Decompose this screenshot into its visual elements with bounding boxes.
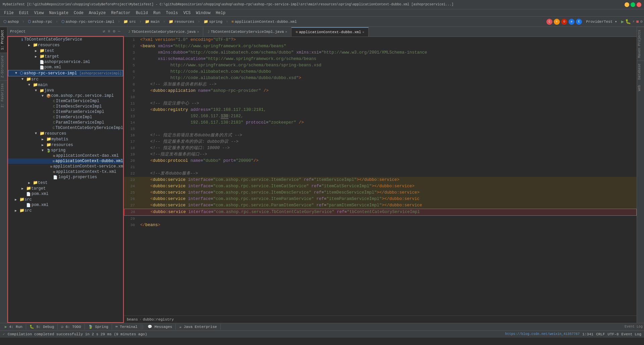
- run-button[interactable]: ▶: [621, 19, 624, 24]
- code-editor[interactable]: 1 <?xml version="1.0" encoding="UTF-8"?>…: [124, 37, 637, 316]
- sidebar-sync-btn[interactable]: ⇄: [102, 28, 106, 34]
- settings-button[interactable]: ⚙: [640, 19, 643, 24]
- tree-paramitem-impl[interactable]: C ParamItemServiceImpl: [8, 120, 123, 125]
- tab-close-3[interactable]: ✕: [362, 30, 364, 34]
- tree-src-3[interactable]: ▶ 📁 src: [8, 208, 123, 213]
- event-log-btn[interactable]: Event Log: [625, 325, 643, 329]
- nav-service-impl-label: ashop-rpc-service-impl: [66, 20, 114, 24]
- tree-item-tbcontent[interactable]: ℹ TbContentCateGoryService: [8, 37, 123, 42]
- class-icon: C: [53, 121, 55, 125]
- nav-main[interactable]: 📁 main: [143, 19, 161, 24]
- nav-ashop[interactable]: ⬡ ashop: [1, 19, 21, 24]
- browser-icon-chrome[interactable]: C: [546, 19, 552, 25]
- tree-log4j[interactable]: 📄 log4j.properties: [8, 175, 123, 180]
- structure-tab[interactable]: Z-Structure: [0, 53, 7, 80]
- menu-edit[interactable]: Edit: [16, 10, 32, 16]
- browser-icon-opera[interactable]: O: [561, 19, 567, 25]
- menu-help[interactable]: Help: [213, 10, 228, 16]
- browser-icon-ie[interactable]: e: [569, 19, 575, 25]
- tree-resources-3[interactable]: ▶ 📁 resources: [8, 142, 123, 148]
- tree-itemcat-impl[interactable]: C ItemCatServiceImpl: [8, 98, 123, 104]
- menu-window[interactable]: Window: [193, 10, 213, 16]
- menu-build[interactable]: Build: [133, 10, 151, 16]
- menu-navigate[interactable]: Navigate: [46, 10, 71, 16]
- folder-icon: 📁: [40, 54, 45, 59]
- minimize-button[interactable]: [625, 2, 629, 7]
- tab-tbcontent-service-impl[interactable]: J TbContentCateGoryServiceImpl.java ✕: [203, 27, 291, 37]
- tab-dubbo-xml[interactable]: ≋ applicationContext-dubbo.xml ✕: [291, 27, 369, 37]
- tree-service-xml[interactable]: ≋ applicationContext-service.xm: [8, 164, 123, 169]
- tree-src[interactable]: ▼ 📁 src: [8, 76, 123, 82]
- tree-resources-1[interactable]: ▶ 📁 resources: [8, 42, 123, 48]
- breadcrumb-registry[interactable]: dubbo:registry: [143, 318, 174, 322]
- tree-itemdesc-impl[interactable]: C ItemDescServiceImpl: [8, 104, 123, 109]
- tab-close-2[interactable]: ✕: [285, 30, 287, 34]
- event-log-status[interactable]: Event Log: [622, 332, 641, 336]
- debug-tab[interactable]: 🐛 5: Debug: [26, 324, 58, 330]
- tree-pom-2[interactable]: 📄 pom.xml: [8, 191, 123, 197]
- tree-tbcontent-impl[interactable]: C TbContentCateGoryServiceImpl: [8, 125, 123, 131]
- sidebar-close-btn[interactable]: —: [117, 28, 121, 34]
- run-config[interactable]: ProviderTest ▾: [583, 19, 620, 24]
- tree-iml[interactable]: 📄 ashoprpcservice.iml: [8, 59, 123, 65]
- messages-tab[interactable]: 💬 Messages: [144, 324, 176, 330]
- nav-ashop-rpc[interactable]: ⬡ ashop-rpc: [26, 19, 54, 24]
- tree-main[interactable]: ▼ 📁 main: [8, 82, 123, 88]
- tree-pom-3[interactable]: 📄 pom.xml: [8, 202, 123, 208]
- sidebar-collapse-btn[interactable]: ≡: [107, 28, 111, 34]
- tree-module-root[interactable]: ▼ ⬡ ashop-rpc-service-impl [ashoprpcserv…: [8, 70, 123, 76]
- tree-tx-xml[interactable]: ≋ applicationContext-tx.xml: [8, 169, 123, 175]
- tab-close-1[interactable]: ✕: [197, 30, 199, 34]
- database-tab[interactable]: Database: [637, 61, 644, 82]
- spring-tab[interactable]: 🍃 Spring: [85, 324, 112, 330]
- run-tab[interactable]: ▶ 4: Run: [1, 324, 26, 330]
- tab-tbcontent-service[interactable]: J TbContentCateGoryService.java ✕: [124, 27, 203, 37]
- code-line-12: 12 <dubbo:registry address="192.168.117.…: [124, 107, 637, 113]
- nav-resources[interactable]: 📁 resources: [167, 19, 196, 24]
- java-enterprise-tab[interactable]: ☕ Java Enterprise: [176, 324, 220, 330]
- module-icon: ⬡: [20, 71, 23, 76]
- tree-package[interactable]: ▼ 📦 com.ashop.rpc.service.impl: [8, 93, 123, 98]
- debug-button[interactable]: 🐛: [625, 19, 631, 24]
- menu-view[interactable]: View: [32, 10, 47, 16]
- tree-spring[interactable]: ▼ 🍃 spring: [8, 148, 123, 153]
- tree-pom-1[interactable]: 📄 pom.xml: [8, 65, 123, 70]
- tree-test-1[interactable]: ▶ 📁 test: [8, 48, 123, 54]
- tree-item-impl[interactable]: C ItemServiceImpl: [8, 115, 123, 120]
- tree-java[interactable]: ▼ 📁 java: [8, 88, 123, 93]
- stop-button[interactable]: ■: [636, 19, 639, 24]
- todo-tab[interactable]: ☑ 6: TODO: [58, 324, 85, 330]
- menu-code[interactable]: Code: [71, 10, 86, 16]
- tree-resources-2[interactable]: ▼ 📁 resources: [8, 131, 123, 136]
- nav-service-impl[interactable]: ⬡ ashop-rpc-service-impl: [59, 19, 116, 24]
- sidebar-settings-btn[interactable]: ⚙: [112, 28, 116, 34]
- menu-run[interactable]: Run: [151, 10, 163, 16]
- terminal-tab[interactable]: ⌨ Terminal: [112, 324, 141, 330]
- tree-dao-xml[interactable]: ≋ applicationContext-dao.xml: [8, 153, 123, 158]
- tree-dubbo-xml[interactable]: ≋ applicationContext-dubbo.xml: [8, 158, 123, 164]
- tree-target-2[interactable]: ▶ 📁 target: [8, 186, 123, 191]
- tree-test-2[interactable]: ▶ 📁 test: [8, 180, 123, 186]
- maximize-button[interactable]: [631, 2, 635, 7]
- nav-spring[interactable]: 📁 spring: [202, 19, 225, 24]
- browser-icon-edge[interactable]: E: [576, 19, 582, 25]
- browser-icon-firefox[interactable]: F: [554, 19, 560, 25]
- menu-tools[interactable]: Tools: [163, 10, 181, 16]
- nav-dubbo-xml[interactable]: ≋ applicationContext-dubbo.xml: [229, 19, 299, 24]
- tree-src-2[interactable]: ▶ 📁 src: [8, 197, 123, 202]
- menu-refactor[interactable]: Refactor: [108, 10, 133, 16]
- menu-analyze[interactable]: Analyze: [86, 10, 108, 16]
- menu-vcs[interactable]: VCS: [181, 10, 194, 16]
- tree-target-1[interactable]: ▶ 📁 target: [8, 54, 123, 59]
- tree-mybatis[interactable]: ▶ 📁 mybatis: [8, 136, 123, 142]
- tree-itemparam-impl[interactable]: C ItemParamServiceImpl: [8, 109, 123, 115]
- web-tab[interactable]: Web: [637, 82, 644, 94]
- nav-src[interactable]: 📁 src: [121, 19, 138, 24]
- project-tab[interactable]: 1: Project: [0, 27, 7, 53]
- close-button[interactable]: [637, 2, 641, 7]
- breadcrumb-beans[interactable]: beans: [127, 318, 138, 322]
- profile-button[interactable]: ⚡: [632, 19, 635, 24]
- menu-file[interactable]: File: [1, 10, 16, 16]
- maven-tab[interactable]: Maven Projects: [637, 27, 644, 61]
- favorites-tab[interactable]: 2: Favorites: [0, 80, 7, 110]
